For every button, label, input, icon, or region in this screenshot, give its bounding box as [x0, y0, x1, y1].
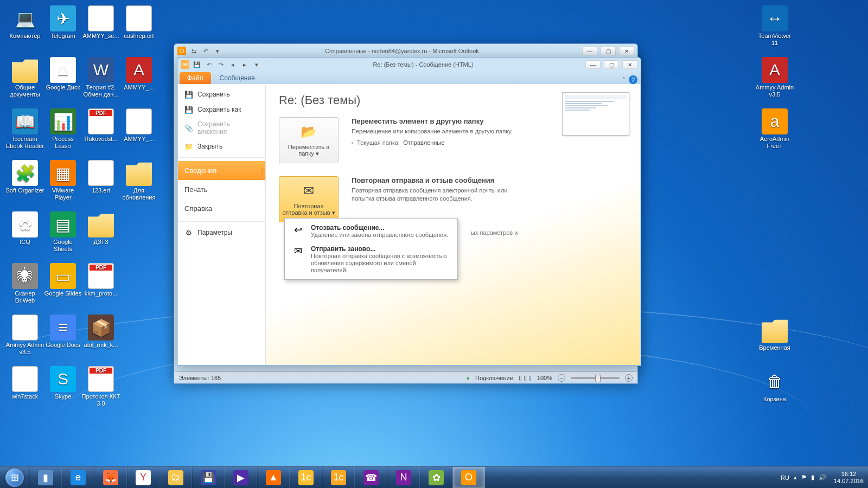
desktop-icon[interactable]: Протокол ККТ 3.0 — [81, 366, 120, 407]
desktop-icon[interactable]: 📖Icecream Ebook Reader — [5, 108, 44, 150]
taskbar-item[interactable]: ▲ — [257, 467, 290, 489]
desktop-icon[interactable]: ▦VMware Player — [43, 160, 82, 201]
taskbar-item[interactable]: Y — [127, 467, 159, 489]
tab-message[interactable]: Сообщение — [212, 72, 263, 84]
desktop-icon[interactable]: ▲Google Диск — [43, 57, 82, 91]
desktop-icon[interactable]: Для обновления — [119, 160, 158, 201]
desktop-icon[interactable]: Общие документы — [5, 57, 44, 98]
resend-desc: Повторная отправка сообщения электронной… — [352, 187, 514, 203]
attachment-icon: 📎 — [184, 124, 193, 132]
desktop-icon[interactable]: cashrep.ert — [119, 5, 158, 40]
desktop-icon[interactable]: win7stack — [5, 366, 44, 400]
outlook-statusbar: Элементы: 165 ● Подключение ▯ ▯ ▯ 100% −… — [175, 371, 637, 383]
close-button[interactable]: ✕ — [622, 60, 637, 69]
undo-icon[interactable]: ↶ — [201, 47, 210, 55]
desktop-icon[interactable]: WТеория #2. Обмен дан... — [81, 57, 120, 98]
qat-dropdown-icon[interactable]: ▾ — [213, 47, 222, 55]
tray-expand-icon[interactable]: ▴ — [794, 474, 797, 481]
network-icon[interactable]: ▮ — [811, 474, 814, 481]
desktop-icon[interactable]: 💻Компьютер — [5, 5, 44, 40]
ribbon-tabs: Файл Сообщение ˄ ? — [177, 72, 641, 85]
desktop-icon[interactable]: 📊Process Lasso — [43, 108, 82, 150]
move-to-folder-button[interactable]: 📂 Переместить в папку ▾ — [279, 117, 339, 163]
menu-item[interactable]: ↩Отозвать сообщение...Удаление или замен… — [285, 221, 457, 242]
desktop-icon[interactable]: AMMYY_... — [119, 108, 158, 143]
menu-item[interactable]: ✉Отправить заново...Повторная отправка с… — [285, 242, 457, 277]
close-button[interactable]: ✕ — [619, 47, 634, 55]
taskbar-item[interactable]: 🦊 — [94, 467, 127, 489]
desktop-icon[interactable]: aAeroAdmin Free+ — [755, 108, 794, 150]
qat-dropdown-icon[interactable]: ▾ — [252, 60, 261, 69]
zoom-out-button[interactable]: − — [558, 374, 565, 382]
nav-save-as[interactable]: 💾Сохранить как — [178, 102, 265, 117]
desktop-icon[interactable]: Временная — [755, 317, 794, 351]
taskbar-item[interactable]: ✿ — [420, 467, 452, 489]
desktop-icon[interactable]: Ammyy Admin v3.5 — [5, 314, 44, 356]
taskbar-item[interactable]: 1c — [322, 467, 355, 489]
taskbar-item[interactable]: 💾 — [192, 467, 225, 489]
redo-icon[interactable]: ↷ — [216, 60, 225, 69]
desktop-icon[interactable]: ДЗТЗ — [81, 211, 120, 246]
zoom-slider[interactable] — [571, 377, 620, 379]
desktop-icon[interactable]: ▤Google Sheets — [43, 211, 82, 253]
message-preview-thumbnail[interactable] — [562, 92, 629, 136]
send-receive-icon[interactable]: ⇆ — [189, 47, 198, 55]
desktop-icon[interactable]: ↔TeamViewer 11 — [755, 5, 794, 47]
tab-file[interactable]: Файл — [180, 72, 211, 84]
clock[interactable]: 16:1214.07.2016 — [831, 471, 864, 485]
folder-icon: 📁 — [184, 142, 193, 151]
minimize-button[interactable]: — — [585, 60, 601, 69]
desktop-icon[interactable]: AAmmyy Admin v3.5 — [755, 57, 794, 98]
nav-options[interactable]: ⚙Параметры — [178, 225, 265, 240]
resend-recall-button[interactable]: ✉ Повторная отправка и отзыв ▾ — [279, 176, 339, 222]
taskbar-item[interactable]: N — [387, 467, 420, 489]
taskbar-item[interactable]: 1c — [290, 467, 322, 489]
desktop-icon[interactable]: AMMYY_se... — [81, 5, 120, 40]
desktop-icon[interactable]: Rukovodst... — [81, 108, 120, 143]
zoom-in-button[interactable]: + — [625, 374, 633, 382]
nav-help[interactable]: Справка — [178, 199, 265, 218]
taskbar-item[interactable]: e — [62, 467, 94, 489]
maximize-button[interactable]: ▢ — [604, 60, 619, 69]
help-icon[interactable]: ? — [629, 75, 637, 84]
save-as-icon: 💾 — [184, 105, 193, 114]
taskbar-item[interactable]: ▶ — [225, 467, 257, 489]
taskbar-item[interactable]: O — [452, 467, 485, 489]
desktop-icon[interactable]: ✈Telegram — [43, 5, 82, 40]
nav-close[interactable]: 📁Закрыть — [178, 139, 265, 154]
flag-icon[interactable]: ⚑ — [801, 474, 807, 481]
desktop-icon[interactable]: 🗑Корзина — [755, 369, 794, 403]
maximize-button[interactable]: ▢ — [601, 47, 616, 55]
nav-print[interactable]: Печать — [178, 180, 265, 199]
taskbar: ▮e🦊Y🗂💾▶▲1c1c☎N✿O RU ▴ ⚑ ▮ 🔊 16:1214.07.2… — [0, 466, 868, 488]
next-icon[interactable]: ▸ — [240, 60, 249, 69]
message-window: ✉ 💾 ↶ ↷ ◂ ▸ ▾ Re: (Без темы) - Сообщение… — [177, 57, 641, 366]
undo-icon[interactable]: ↶ — [205, 60, 213, 69]
nav-save-attachments: 📎Сохранить вложения — [178, 117, 265, 139]
save-icon[interactable]: 💾 — [193, 60, 201, 69]
status-connection: Подключение — [475, 375, 513, 381]
prev-icon[interactable]: ◂ — [228, 60, 237, 69]
nav-info[interactable]: Сведения — [178, 161, 265, 180]
nav-save[interactable]: 💾Сохранить — [178, 87, 265, 102]
volume-icon[interactable]: 🔊 — [819, 474, 826, 481]
start-button[interactable] — [0, 467, 29, 489]
desktop-icon[interactable]: 123.ert — [81, 160, 120, 194]
taskbar-item[interactable]: ▮ — [29, 467, 62, 489]
view-buttons[interactable]: ▯ ▯ ▯ — [519, 374, 532, 381]
taskbar-item[interactable]: 🗂 — [159, 467, 192, 489]
desktop-icon[interactable]: ✿ICQ — [5, 211, 44, 246]
desktop-icon[interactable]: AAMMYY_... — [119, 57, 158, 91]
ribbon-minimize-icon[interactable]: ˄ — [622, 76, 626, 84]
minimize-button[interactable]: — — [582, 47, 597, 55]
desktop-icon[interactable]: 🧩Soft Organizer — [5, 160, 44, 194]
taskbar-item[interactable]: ☎ — [355, 467, 387, 489]
language-indicator[interactable]: RU — [781, 474, 789, 481]
zoom-level: 100% — [537, 375, 552, 381]
desktop-icon[interactable]: ▭Google Slides — [43, 263, 82, 297]
desktop-icon[interactable]: kkm_proto... — [81, 263, 120, 297]
desktop-icon[interactable]: ≡Google Docs — [43, 314, 82, 349]
desktop-icon[interactable]: 📦atol_rmk_k... — [81, 314, 120, 349]
desktop-icon[interactable]: 🕷Сканер Dr.Web — [5, 263, 44, 304]
desktop-icon[interactable]: SSkype — [43, 366, 82, 400]
